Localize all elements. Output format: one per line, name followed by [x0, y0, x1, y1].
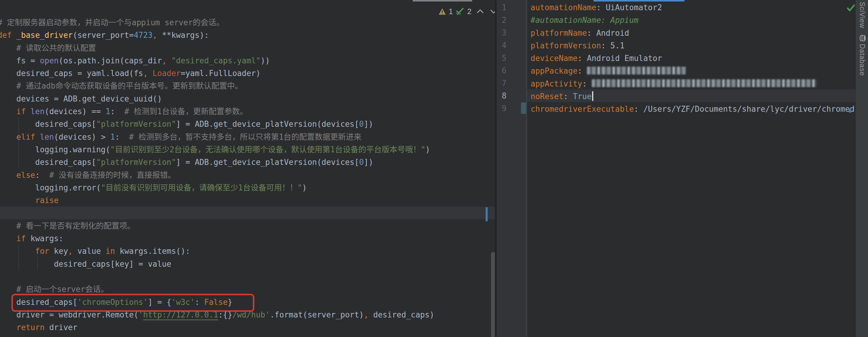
- code-token: appActivity: [531, 79, 582, 88]
- line-number[interactable]: 7: [502, 77, 520, 89]
- yaml-code[interactable]: automationName: UiAutomator2#automationN…: [531, 1, 856, 116]
- warning-icon[interactable]: [438, 8, 446, 15]
- code-line[interactable]: logging.error("目前没有识别到可用设备，请确保至少1台设备可用！！…: [0, 181, 495, 194]
- code-token: noReset: [531, 92, 564, 101]
- code-line[interactable]: platformName: Android: [531, 27, 856, 39]
- python-editor-pane[interactable]: # 定制服务器启动参数，并启动一个与appium server的会话。def _…: [0, 0, 495, 337]
- code-token: deviceName: [531, 54, 578, 63]
- code-line[interactable]: def _base_driver(server_port=4723, **kwa…: [0, 29, 495, 41]
- code-token: logging.error(: [0, 183, 101, 192]
- tool-window-button-database[interactable]: Database: [858, 44, 866, 76]
- code-line[interactable]: #automationName: Appium: [531, 14, 856, 26]
- code-line[interactable]: # 看一下是否有定制化的配置项。: [0, 220, 495, 232]
- code-line[interactable]: return driver: [0, 321, 495, 334]
- code-line[interactable]: appPackage:: [531, 64, 856, 77]
- line-number[interactable]: 1: [502, 1, 520, 14]
- code-token: ,: [153, 31, 157, 40]
- line-number[interactable]: 3: [502, 26, 520, 39]
- code-line[interactable]: if kwargs:: [0, 232, 495, 245]
- code-token: ,: [162, 56, 167, 65]
- code-token: ): [302, 183, 307, 192]
- code-line[interactable]: if len(devices) == 1: # 检测到1台设备，更新配置参数。: [0, 105, 495, 118]
- code-token: return: [0, 323, 49, 332]
- vertical-scrollbar-thumb[interactable]: [491, 252, 495, 337]
- tool-window-button-sciview[interactable]: SciView: [858, 2, 866, 28]
- code-token: for: [0, 247, 54, 256]
- code-token: logging.warning(: [0, 145, 111, 154]
- code-token: [148, 69, 153, 78]
- code-token: in: [105, 247, 115, 256]
- code-token: : Android Emulator: [578, 54, 662, 63]
- line-number[interactable]: 4: [502, 39, 520, 52]
- redacted-value: [587, 67, 686, 75]
- code-token: platformName: [531, 29, 587, 37]
- code-line[interactable]: chromedriverExecutable: /Users/YZF/Docum…: [531, 103, 856, 115]
- code-token: (server_port=: [72, 31, 134, 40]
- code-token: :: [115, 133, 129, 141]
- next-problem-chevron-down-icon[interactable]: [490, 9, 495, 13]
- line-number[interactable]: 9: [502, 102, 520, 115]
- inactive-tab-underline: [413, 0, 472, 1]
- code-line[interactable]: [0, 270, 495, 283]
- code-token: #automationName: Appium: [531, 16, 639, 25]
- code-token: appPackage: [531, 66, 578, 75]
- code-line[interactable]: elif len(devices) > 1: # 检测到多台，暂不支持多台，所以…: [0, 131, 495, 143]
- code-token: # 检测到多台，暂不支持多台，所以只将第1台的配置数据更新进来: [129, 133, 362, 141]
- code-token: # 读取公共的默认配置: [0, 44, 96, 53]
- code-token: # 没有设备连接的时候，直接报错。: [49, 171, 176, 179]
- code-line[interactable]: [0, 207, 495, 219]
- code-token: (devices) >: [54, 133, 111, 141]
- ok-check-icon[interactable]: [456, 7, 465, 16]
- code-line[interactable]: desired_caps["platformVersion"] = ADB.ge…: [0, 118, 495, 130]
- database-icon[interactable]: [859, 34, 866, 44]
- code-line[interactable]: devices = ADB.get_device_uuid(): [0, 92, 495, 105]
- code-token: ): [425, 145, 430, 154]
- code-line[interactable]: platformVersion: 5.1: [531, 39, 856, 52]
- yaml-editor-pane[interactable]: 123456789 automationName: UiAutomator2#a…: [497, 0, 856, 337]
- code-line[interactable]: appActivity:: [531, 78, 856, 90]
- code-line[interactable]: raise: [0, 194, 495, 207]
- code-line[interactable]: noReset: True: [531, 90, 856, 103]
- code-token: :: [582, 79, 591, 88]
- line-number[interactable]: 5: [502, 52, 520, 64]
- ok-count: 2: [467, 7, 471, 16]
- code-token: ]): [364, 119, 373, 129]
- inspections-widget[interactable]: 1 2: [438, 7, 495, 16]
- line-number[interactable]: 8: [502, 89, 520, 102]
- code-token: )): [261, 56, 270, 65]
- code-token: # 启动一个server会话。: [0, 285, 108, 294]
- code-line[interactable]: automationName: UiAutomator2: [531, 1, 856, 14]
- code-token: chromedriverExecutable: [531, 105, 634, 114]
- code-token: driver: [49, 323, 78, 332]
- code-token: .format(server_port): [270, 310, 364, 319]
- code-token: 0: [359, 119, 364, 129]
- code-token: open: [40, 56, 59, 65]
- python-code[interactable]: # 定制服务器启动参数，并启动一个与appium server的会话。def _…: [0, 16, 495, 334]
- inspection-ok-check-icon[interactable]: [846, 4, 856, 13]
- code-token: devices = ADB.get_device_uuid(): [0, 94, 162, 103]
- line-number[interactable]: 6: [502, 64, 520, 77]
- line-number-gutter[interactable]: 123456789: [497, 0, 527, 337]
- code-line[interactable]: desired_caps["platformVersion"] = ADB.ge…: [0, 156, 495, 169]
- code-token: "desired_caps.yaml": [171, 56, 260, 65]
- code-line[interactable]: desired_caps[key] = value: [0, 258, 495, 270]
- caret-position-marker: [849, 108, 851, 113]
- line-number[interactable]: 2: [502, 14, 520, 26]
- code-line[interactable]: # 定制服务器启动参数，并启动一个与appium server的会话。: [0, 16, 495, 29]
- code-token: desired_caps[: [0, 119, 96, 129]
- code-line[interactable]: # 读取公共的默认配置: [0, 42, 495, 54]
- code-token: if: [0, 107, 31, 116]
- code-token: desired_caps): [369, 310, 434, 319]
- code-line[interactable]: for key, value in kwargs.items():: [0, 245, 495, 257]
- prev-problem-chevron-up-icon[interactable]: [476, 9, 484, 13]
- code-token: :: [35, 171, 49, 179]
- code-line[interactable]: logging.warning("目前识别到至少2台设备，无法确认使用哪个设备，…: [0, 143, 495, 156]
- code-token: def: [0, 31, 17, 40]
- code-line[interactable]: else: # 没有设备连接的时候，直接报错。: [0, 169, 495, 181]
- right-tool-window-bar: SciView Database: [856, 0, 868, 337]
- code-token: len: [40, 133, 54, 141]
- code-line[interactable]: fs = open(os.path.join(caps_dir, "desire…: [0, 54, 495, 67]
- code-line[interactable]: # 通过adb命令动态获取设备的平台版本号。更新到默认配置中。: [0, 80, 495, 92]
- code-line[interactable]: deviceName: Android Emulator: [531, 52, 856, 64]
- code-line[interactable]: desired_caps = yaml.load(fs, Loader=yaml…: [0, 67, 495, 80]
